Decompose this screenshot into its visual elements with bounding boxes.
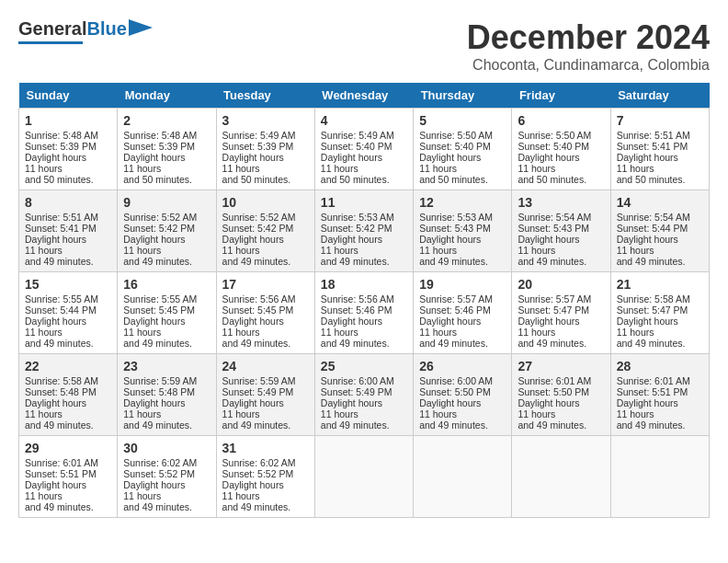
daylight-hours: Daylight hours 11 hours and 49 minutes. [25,316,111,349]
sunset-time: Sunset: 5:39 PM [25,141,111,152]
month-title: December 2024 [467,18,710,57]
day-cell-31: 31Sunrise: 6:02 AMSunset: 5:52 PMDayligh… [216,436,314,518]
logo-general: GeneralBlue [18,18,127,40]
sunset-time: Sunset: 5:41 PM [617,141,703,152]
day-number: 18 [321,277,407,292]
day-cell-24: 24Sunrise: 5:59 AMSunset: 5:49 PMDayligh… [216,354,314,436]
daylight-hours: Daylight hours 11 hours and 49 minutes. [25,397,111,431]
weekday-header-thursday: Thursday [414,83,512,109]
day-cell-30: 30Sunrise: 6:02 AMSunset: 5:52 PMDayligh… [118,436,216,518]
day-cell-17: 17Sunrise: 5:56 AMSunset: 5:45 PMDayligh… [216,272,314,354]
day-number: 27 [518,359,604,373]
sunset-time: Sunset: 5:41 PM [25,223,111,234]
day-number: 14 [617,195,703,210]
sunset-time: Sunset: 5:46 PM [321,304,407,316]
day-number: 22 [25,359,111,373]
sunrise-time: Sunrise: 5:59 AM [123,375,210,386]
empty-cell [314,436,413,518]
sunset-time: Sunset: 5:47 PM [617,304,703,316]
day-cell-6: 6Sunrise: 5:50 AMSunset: 5:40 PMDaylight… [512,109,610,190]
day-cell-20: 20Sunrise: 5:57 AMSunset: 5:47 PMDayligh… [512,272,610,354]
daylight-hours: Daylight hours 11 hours and 49 minutes. [222,397,309,431]
empty-cell [512,436,610,518]
daylight-hours: Daylight hours 11 hours and 49 minutes. [518,234,604,267]
sunset-time: Sunset: 5:48 PM [25,386,111,397]
sunrise-time: Sunrise: 5:58 AM [25,375,111,386]
calendar-body: 1Sunrise: 5:48 AMSunset: 5:39 PMDaylight… [19,109,710,518]
sunset-time: Sunset: 5:48 PM [123,386,210,397]
sunrise-time: Sunrise: 5:56 AM [222,293,309,304]
daylight-hours: Daylight hours 11 hours and 50 minutes. [123,152,210,185]
day-number: 26 [419,359,506,373]
day-number: 28 [617,359,703,373]
sunset-time: Sunset: 5:52 PM [123,468,210,479]
daylight-hours: Daylight hours 11 hours and 50 minutes. [222,152,309,185]
daylight-hours: Daylight hours 11 hours and 49 minutes. [617,397,703,431]
daylight-hours: Daylight hours 11 hours and 49 minutes. [321,234,407,267]
daylight-hours: Daylight hours 11 hours and 49 minutes. [123,479,210,512]
sunset-time: Sunset: 5:51 PM [25,468,111,479]
sunset-time: Sunset: 5:45 PM [222,304,309,316]
logo-underline [18,41,83,44]
daylight-hours: Daylight hours 11 hours and 49 minutes. [419,316,506,349]
daylight-hours: Daylight hours 11 hours and 49 minutes. [617,234,703,267]
day-number: 29 [25,441,111,455]
day-cell-11: 11Sunrise: 5:53 AMSunset: 5:42 PMDayligh… [314,190,413,272]
weekday-header-sunday: Sunday [19,83,118,109]
sunrise-time: Sunrise: 5:51 AM [25,212,111,223]
day-number: 15 [25,277,111,292]
sunset-time: Sunset: 5:43 PM [419,223,506,234]
sunset-time: Sunset: 5:47 PM [518,304,604,316]
day-cell-28: 28Sunrise: 6:01 AMSunset: 5:51 PMDayligh… [610,354,709,436]
day-number: 24 [222,359,309,373]
day-cell-15: 15Sunrise: 5:55 AMSunset: 5:44 PMDayligh… [19,272,118,354]
sunrise-time: Sunrise: 5:49 AM [222,130,309,141]
sunrise-time: Sunrise: 5:53 AM [321,212,407,223]
sunset-time: Sunset: 5:42 PM [321,223,407,234]
daylight-hours: Daylight hours 11 hours and 49 minutes. [321,397,407,431]
day-cell-23: 23Sunrise: 5:59 AMSunset: 5:48 PMDayligh… [118,354,216,436]
day-cell-18: 18Sunrise: 5:56 AMSunset: 5:46 PMDayligh… [314,272,413,354]
daylight-hours: Daylight hours 11 hours and 49 minutes. [518,397,604,431]
day-cell-9: 9Sunrise: 5:52 AMSunset: 5:42 PMDaylight… [118,190,216,272]
weekday-header-friday: Friday [512,83,610,109]
day-number: 21 [617,277,703,292]
day-cell-16: 16Sunrise: 5:55 AMSunset: 5:45 PMDayligh… [118,272,216,354]
daylight-hours: Daylight hours 11 hours and 49 minutes. [123,316,210,349]
calendar-table: SundayMondayTuesdayWednesdayThursdayFrid… [18,83,710,518]
sunset-time: Sunset: 5:40 PM [518,141,604,152]
sunset-time: Sunset: 5:44 PM [617,223,703,234]
sunrise-time: Sunrise: 5:50 AM [518,130,604,141]
sunrise-time: Sunrise: 6:00 AM [321,375,407,386]
sunrise-time: Sunrise: 5:51 AM [617,130,703,141]
calendar-week-1: 1Sunrise: 5:48 AMSunset: 5:39 PMDaylight… [19,109,710,190]
sunset-time: Sunset: 5:39 PM [222,141,309,152]
day-number: 17 [222,277,309,292]
sunrise-time: Sunrise: 5:48 AM [25,130,111,141]
weekday-header-tuesday: Tuesday [216,83,314,109]
daylight-hours: Daylight hours 11 hours and 50 minutes. [419,152,506,185]
daylight-hours: Daylight hours 11 hours and 50 minutes. [25,152,111,185]
sunrise-time: Sunrise: 5:54 AM [518,212,604,223]
sunrise-time: Sunrise: 5:59 AM [222,375,309,386]
daylight-hours: Daylight hours 11 hours and 49 minutes. [222,479,309,512]
daylight-hours: Daylight hours 11 hours and 49 minutes. [518,316,604,349]
sunrise-time: Sunrise: 5:50 AM [419,130,506,141]
sunset-time: Sunset: 5:44 PM [25,304,111,316]
day-number: 11 [321,195,407,210]
day-cell-1: 1Sunrise: 5:48 AMSunset: 5:39 PMDaylight… [19,109,118,190]
day-number: 6 [518,113,604,128]
day-cell-21: 21Sunrise: 5:58 AMSunset: 5:47 PMDayligh… [610,272,709,354]
sunset-time: Sunset: 5:40 PM [419,141,506,152]
day-cell-8: 8Sunrise: 5:51 AMSunset: 5:41 PMDaylight… [19,190,118,272]
day-cell-3: 3Sunrise: 5:49 AMSunset: 5:39 PMDaylight… [216,109,314,190]
day-number: 4 [321,113,407,128]
day-number: 30 [123,441,210,455]
day-number: 10 [222,195,309,210]
daylight-hours: Daylight hours 11 hours and 49 minutes. [617,316,703,349]
day-number: 7 [617,113,703,128]
day-cell-22: 22Sunrise: 5:58 AMSunset: 5:48 PMDayligh… [19,354,118,436]
day-cell-13: 13Sunrise: 5:54 AMSunset: 5:43 PMDayligh… [512,190,610,272]
day-number: 1 [25,113,111,128]
day-number: 5 [419,113,506,128]
